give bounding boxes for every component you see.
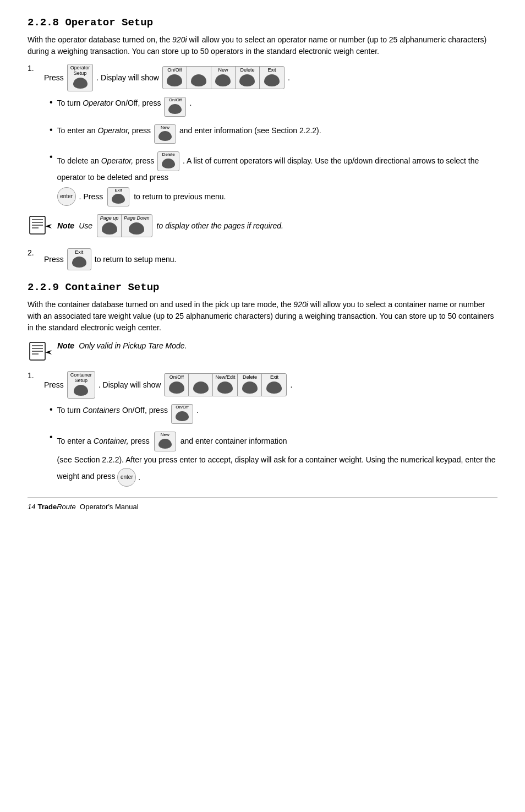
step-1-num: 1.	[28, 64, 44, 73]
c-bullet-2-new-key[interactable]: New	[154, 432, 176, 451]
note-pageup-arrow	[102, 222, 117, 235]
key-blank-arrow	[191, 74, 206, 86]
svg-marker-11	[45, 350, 52, 355]
step-1-period: .	[288, 73, 290, 82]
bullet-2-new-key[interactable]: New	[154, 124, 176, 144]
bullet-2-new-arrow	[158, 131, 172, 141]
c-bullet-1-onoff-arrow	[176, 411, 189, 421]
footer-line	[28, 498, 497, 498]
c-key-onoff-label: On/Off	[169, 375, 184, 380]
enter-button-2[interactable]: enter	[117, 468, 136, 487]
key-delete-arrow	[239, 74, 255, 86]
step-1-display-label: . Display will show	[96, 73, 159, 82]
step-1: 1. Press OperatorSetup . Display will sh…	[28, 64, 497, 91]
section-228-bullets: To turn Operator On/Off, press On/Off . …	[28, 97, 497, 207]
key-new[interactable]: New	[211, 67, 236, 89]
note-text-2: Note Only valid in Pickup Tare Mode.	[57, 340, 187, 352]
note-use-1: Use	[79, 220, 92, 232]
note-svg-2	[28, 340, 52, 362]
key-delete[interactable]: Delete	[236, 67, 260, 89]
bullet-3-exit-arrow	[112, 194, 125, 204]
bullet-3-exit-label: Exit	[115, 188, 122, 193]
c-key-exit-label: Exit	[270, 375, 278, 380]
enter-button-1[interactable]: enter	[57, 187, 76, 206]
note-suffix-1: to display other the pages if required.	[157, 220, 283, 232]
step-229-1-press: Press	[44, 380, 64, 389]
bullet-2-new-label: New	[161, 126, 169, 130]
c-bullet-1-onoff-label: On/Off	[176, 405, 188, 410]
c-key-delete[interactable]: Delete	[238, 374, 262, 396]
c-bullet-1-period: .	[196, 404, 199, 416]
section-228-intro: With the operator database turned on, th…	[28, 34, 497, 57]
c-bullet-1-text: To turn Containers On/Off, press	[57, 404, 168, 416]
section-229-list: 1. Press ContainerSetup . Display will s…	[28, 371, 497, 399]
display-key-group: On/Off New Delete	[162, 66, 285, 89]
footer: 14 TradeRoute Operator's Manual	[28, 503, 497, 511]
note-box-1: Note Use Page up Page Down to display ot…	[28, 214, 497, 237]
section-228: 2.2.8 Operator Setup With the operator d…	[28, 17, 497, 270]
key-exit[interactable]: Exit	[260, 67, 284, 89]
key-onoff-label: On/Off	[167, 68, 182, 73]
container-setup-label: ContainerSetup	[70, 373, 92, 384]
bullet-2: To enter an Operator, press New and ente…	[50, 124, 497, 144]
operator-setup-key[interactable]: OperatorSetup	[67, 64, 94, 91]
c-bullet-1-onoff-key[interactable]: On/Off	[171, 404, 193, 424]
bullet-3-delete-key[interactable]: Delete	[157, 151, 179, 171]
step-2-exit-arrow	[72, 257, 86, 268]
c-bullet-2-suffix: and enter container information	[181, 435, 287, 447]
step-2-exit-key[interactable]: Exit	[67, 248, 91, 270]
footer-page: 14	[28, 503, 35, 511]
c-key-newedit-arrow	[217, 382, 233, 394]
enter-button-1-label: enter	[60, 192, 73, 201]
c-key-newedit[interactable]: New/Edit	[213, 374, 238, 396]
section-229-intro: With the container database turned on an…	[28, 299, 497, 334]
c-bullet-2-text: To enter a Container, press	[57, 435, 150, 447]
operator-setup-key-arrow	[73, 78, 88, 89]
c-key-blank	[189, 374, 213, 396]
container-display-key-group: On/Off New/Edit	[164, 373, 287, 396]
operator-setup-key-label: OperatorSetup	[70, 66, 90, 77]
container-setup-key[interactable]: ContainerSetup	[67, 371, 95, 399]
note-pageup-key[interactable]: Page up	[97, 215, 122, 237]
note-pagedown-key[interactable]: Page Down	[122, 215, 152, 237]
bullet-3-delete-arrow	[162, 159, 175, 168]
c-key-exit[interactable]: Exit	[262, 374, 286, 396]
c-key-onoff[interactable]: On/Off	[165, 374, 189, 396]
step-2: 2. Press Exit to return to setup menu.	[28, 248, 497, 270]
note-svg-1	[28, 214, 52, 236]
bullet-3: To delete an Operator, press Delete . A …	[50, 151, 497, 206]
bullet-3-exit-key[interactable]: Exit	[107, 187, 129, 207]
section-229: 2.2.9 Container Setup With the container…	[28, 281, 497, 487]
bullet-1: To turn Operator On/Off, press On/Off .	[50, 97, 497, 117]
note-pageup-label: Page up	[100, 216, 119, 221]
page-content: 2.2.8 Operator Setup With the operator d…	[28, 17, 497, 511]
c-key-onoff-arrow	[169, 382, 184, 394]
note-pagedown-arrow	[129, 222, 144, 235]
c-bullet-2-end: .	[138, 471, 140, 483]
bullet-3-exit-prefix: . Press	[79, 190, 103, 203]
note-box-2: Note Only valid in Pickup Tare Mode.	[28, 340, 497, 362]
key-onoff[interactable]: On/Off	[163, 67, 187, 89]
key-blank-label	[198, 68, 200, 73]
c-key-blank-arrow	[193, 382, 209, 394]
c-key-delete-arrow	[242, 382, 258, 394]
container-setup-arrow	[74, 385, 88, 396]
c-key-exit-arrow	[266, 382, 282, 394]
note-icon-1	[28, 214, 52, 236]
c-bullet-1: To turn Containers On/Off, press On/Off …	[50, 404, 497, 424]
note-word-1: Note	[57, 220, 74, 232]
bullet-1-onoff-arrow	[168, 104, 182, 114]
key-exit-arrow	[264, 74, 280, 86]
enter-button-2-label: enter	[121, 473, 133, 482]
section-228-title: 2.2.8 Operator Setup	[28, 17, 497, 29]
key-new-arrow	[215, 74, 231, 86]
note-text-1: Note Use Page up Page Down to display ot…	[57, 214, 283, 237]
section-229-steps: 1. Press ContainerSetup . Display will s…	[28, 371, 497, 487]
section-229-bullets: To turn Containers On/Off, press On/Off …	[28, 404, 497, 487]
step-2-suffix: to return to setup menu.	[95, 255, 177, 264]
bullet-1-onoff-key[interactable]: On/Off	[164, 97, 186, 117]
step-229-1-period: .	[290, 380, 292, 389]
key-blank	[187, 67, 211, 89]
c-key-delete-label: Delete	[243, 375, 257, 380]
c-key-blank-label	[200, 375, 202, 380]
